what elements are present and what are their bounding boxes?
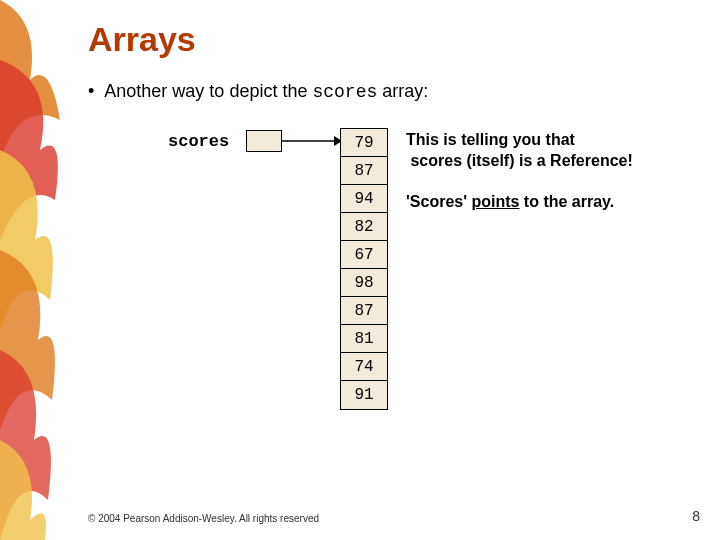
- annotation-reference: This is telling you that scores (itself)…: [406, 130, 720, 172]
- array-cell: 98: [341, 269, 387, 297]
- array-cell: 91: [341, 381, 387, 409]
- note1-line2: scores (itself) is a Reference!: [410, 152, 632, 169]
- note1-line1: This is telling you that: [406, 131, 575, 148]
- array-cell: 87: [341, 157, 387, 185]
- variable-label: scores: [168, 132, 229, 151]
- copyright-footer: © 2004 Pearson Addison-Wesley. All right…: [88, 513, 319, 524]
- array-cell: 81: [341, 325, 387, 353]
- array-cell: 94: [341, 185, 387, 213]
- array-cell: 87: [341, 297, 387, 325]
- bullet-prefix: Another way to depict the: [104, 81, 312, 101]
- array-diagram: scores 79 87 94 82 67 98 87 81 74 91 Thi…: [88, 128, 700, 438]
- bullet-code: scores: [312, 82, 377, 102]
- note2-suffix: to the array.: [519, 193, 614, 210]
- note2-underlined: points: [471, 193, 519, 210]
- page-number: 8: [692, 508, 700, 524]
- bullet-line: • Another way to depict the scores array…: [88, 81, 700, 102]
- array-column: 79 87 94 82 67 98 87 81 74 91: [340, 128, 388, 410]
- bullet-suffix: array:: [377, 81, 428, 101]
- array-cell: 79: [341, 129, 387, 157]
- array-cell: 67: [341, 241, 387, 269]
- page-title: Arrays: [88, 20, 700, 59]
- bullet-marker: •: [88, 81, 94, 102]
- note2-prefix: 'Scores': [406, 193, 471, 210]
- annotation-points: 'Scores' points to the array.: [406, 192, 720, 213]
- reference-box: [246, 130, 282, 152]
- array-cell: 82: [341, 213, 387, 241]
- array-cell: 74: [341, 353, 387, 381]
- arrow-icon: [282, 134, 342, 148]
- bullet-text: Another way to depict the scores array:: [104, 81, 428, 102]
